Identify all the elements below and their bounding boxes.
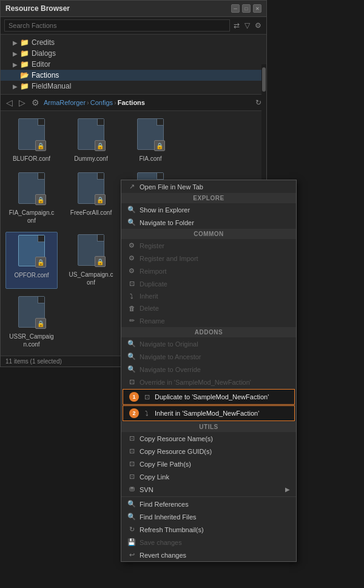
nav-back-button[interactable]: ◁: [4, 97, 15, 108]
file-item-fia[interactable]: 🔒 FIA.conf: [124, 116, 177, 165]
cm-copy-resource-names[interactable]: ⊡ Copy Resource Name(s): [121, 432, 296, 445]
nav-up-button[interactable]: ⚙: [30, 97, 41, 108]
cm-copy-file-paths[interactable]: ⊡ Copy File Path(s): [121, 458, 296, 470]
search-icons: ⇄ ▽ ⚙: [232, 20, 263, 31]
cm-refresh-thumbnails[interactable]: ↻ Refresh Thumbnail(s): [121, 523, 296, 536]
folder-nav-icon: 🔍: [127, 218, 136, 226]
context-menu: ↗ Open File in New Tab Explore 🔍 Show in…: [121, 180, 297, 562]
minimize-button[interactable]: ─: [231, 4, 240, 13]
file-label-ussr-campaign: USSR_Campaign.conf: [8, 333, 55, 348]
badge-2: 2: [129, 408, 139, 418]
cm-navigate-ancestor-label: Navigate to Ancestor: [140, 353, 201, 360]
cm-navigate-folder[interactable]: 🔍 Navigate to Folder: [121, 216, 296, 229]
maximize-button[interactable]: □: [242, 4, 251, 13]
file-label-fia: FIA.conf: [139, 155, 161, 163]
tree-item-editor[interactable]: ▶ 📁 Editor: [1, 59, 266, 70]
cm-override-mod-label: Override in 'SampleMod_NewFaction': [140, 379, 251, 386]
file-item-opfor[interactable]: 🔒 OPFOR.conf: [5, 232, 58, 289]
title-bar: Resource Browser ─ □ ✕: [1, 1, 266, 17]
search-icon: 🔍: [127, 500, 136, 508]
folder-icon: 📁: [20, 49, 29, 58]
tree-label-editor: Editor: [32, 60, 50, 69]
breadcrumb-bar: ◁ ▷ ⚙ ArmaReforger › Configs › Factions …: [1, 95, 266, 111]
svn-icon: ⛃: [127, 485, 136, 493]
cm-copy-resource-guids[interactable]: ⊡ Copy Resource GUID(s): [121, 445, 296, 458]
file-item-dummy[interactable]: 🔒 Dummy.conf: [65, 116, 117, 165]
cm-override-mod: ⊡ Override in 'SampleMod_NewFaction': [121, 376, 296, 388]
file-item-fia-campaign[interactable]: 🔒 FIA_Campaign.conf: [5, 170, 58, 227]
cm-rename: ✏ Rename: [121, 314, 296, 327]
lock-badge: 🔒: [95, 140, 106, 151]
cm-reimport-label: Reimport: [140, 268, 167, 275]
scrollbar-thumb[interactable]: [262, 67, 266, 92]
revert-icon: ↩: [127, 551, 136, 559]
cm-navigate-original-label: Navigate to Original: [140, 340, 198, 348]
lock-badge: 🔒: [35, 257, 46, 268]
file-item-us-campaign[interactable]: 🔒 US_Campaign.conf: [65, 232, 117, 289]
cm-duplicate-label: Duplicate: [140, 280, 167, 288]
copy-icon: ⊡: [127, 434, 136, 442]
breadcrumb-current: Factions: [118, 99, 145, 106]
file-label-blufor: BLUFOR.conf: [13, 155, 50, 163]
filter-icon[interactable]: ▽: [243, 20, 251, 31]
cm-delete: 🗑 Delete: [121, 302, 296, 314]
status-text: 11 items (1 selected): [5, 358, 62, 365]
folder-open-icon: 📂: [20, 71, 29, 79]
arrow-icon: ▶: [13, 39, 20, 46]
delete-icon: 🗑: [127, 305, 136, 312]
search-bar: ⇄ ▽ ⚙: [1, 17, 266, 35]
breadcrumb-arma[interactable]: ArmaReforger: [44, 99, 86, 106]
file-icon-wrap: 🔒: [16, 235, 47, 270]
register-icon: ⚙: [127, 242, 136, 249]
file-icon-wrap: 🔒: [135, 118, 166, 154]
file-tree: ▶ 📁 Credits ▶ 📁 Dialogs ▶ 📁 Editor 📂 Fac…: [1, 35, 266, 95]
breadcrumb-sep1: ›: [87, 99, 89, 106]
tree-item-dialogs[interactable]: ▶ 📁 Dialogs: [1, 48, 266, 59]
tree-item-fieldmanual[interactable]: ▶ 📁 FieldManual: [1, 81, 266, 92]
file-item-blufor[interactable]: 🔒 BLUFOR.conf: [5, 116, 58, 165]
cm-open-new-tab[interactable]: ↗ Open File in New Tab: [121, 180, 296, 193]
cm-navigate-override: 🔍 Navigate to Override: [121, 363, 296, 376]
cm-find-references-label: Find References: [140, 501, 189, 508]
tree-item-factions[interactable]: 📂 Factions: [1, 70, 266, 81]
refresh-icon: ↻: [127, 525, 136, 533]
file-item-ussr-campaign[interactable]: 🔒 USSR_Campaign.conf: [5, 294, 58, 351]
folder-icon: 📁: [20, 60, 29, 69]
cm-show-explorer[interactable]: 🔍 Show in Explorer: [121, 203, 296, 216]
cm-find-references[interactable]: 🔍 Find References: [121, 498, 296, 510]
cm-section-common: Common: [121, 229, 296, 239]
title-bar-controls: ─ □ ✕: [231, 4, 261, 13]
cm-section-explore: Explore: [121, 193, 296, 203]
cm-separator: [121, 496, 296, 497]
tree-item-credits[interactable]: ▶ 📁 Credits: [1, 37, 266, 48]
cm-duplicate-mod[interactable]: 1 ⊡ Duplicate to 'SampleMod_NewFaction': [123, 389, 295, 405]
cm-svn[interactable]: ⛃ SVN ▶: [121, 483, 296, 496]
file-label-dummy: Dummy.conf: [74, 155, 107, 163]
nav-forward-button[interactable]: ▷: [17, 97, 27, 108]
save-icon: 💾: [127, 538, 136, 546]
file-item-freeforall[interactable]: 🔒 FreeForAll.conf: [65, 170, 117, 227]
inherit-icon: ⤵: [127, 292, 136, 300]
breadcrumb-path: ArmaReforger › Configs › Factions: [44, 99, 252, 106]
file-label-us-campaign: US_Campaign.conf: [67, 271, 115, 286]
search-icon: 🔍: [127, 365, 136, 373]
cm-copy-link[interactable]: ⊡ Copy Link: [121, 470, 296, 483]
cm-section-utils: Utils: [121, 422, 296, 432]
search-input[interactable]: [4, 19, 230, 32]
cm-find-inherited[interactable]: 🔍 Find Inherited Files: [121, 510, 296, 523]
arrow-icon: ▶: [13, 50, 20, 57]
settings-icon[interactable]: ⚙: [254, 20, 263, 31]
cm-revert-changes[interactable]: ↩ Revert changes: [121, 549, 296, 561]
lock-badge: 🔒: [35, 194, 46, 205]
breadcrumb-configs[interactable]: Configs: [90, 99, 113, 106]
filter-options-icon[interactable]: ⇄: [232, 20, 241, 31]
cm-navigate-override-label: Navigate to Override: [140, 366, 201, 373]
cm-inherit-mod[interactable]: 2 ⤵ Inherit in 'SampleMod_NewFaction': [123, 405, 295, 421]
lock-badge: 🔒: [95, 256, 106, 267]
cm-open-new-tab-label: Open File in New Tab: [140, 183, 203, 191]
close-button[interactable]: ✕: [253, 4, 261, 13]
cm-svn-label: SVN: [140, 486, 153, 493]
open-tab-icon: ↗: [127, 183, 136, 191]
cm-delete-label: Delete: [140, 305, 159, 312]
lock-badge: 🔒: [95, 194, 106, 205]
